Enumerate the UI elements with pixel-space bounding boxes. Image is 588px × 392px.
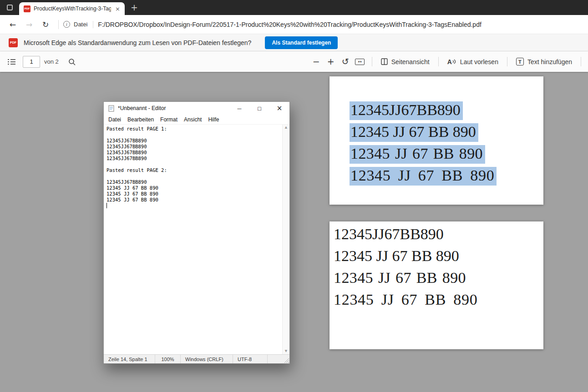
forward-button[interactable]: →	[21, 18, 37, 31]
close-button[interactable]: ×	[269, 102, 289, 115]
scheme-divider	[93, 21, 93, 28]
status-cursor-position: Zeile 14, Spalte 1	[104, 355, 155, 363]
notepad-icon	[108, 105, 115, 112]
fit-width-button[interactable]: ↔	[354, 55, 366, 69]
text-cursor	[106, 203, 107, 208]
zoom-in-button[interactable]: +	[325, 55, 337, 69]
pdf-line: 12345 JJ 67 BB 890	[333, 267, 543, 289]
add-text-label: Text hinzufügen	[527, 58, 572, 65]
toc-button[interactable]	[5, 55, 17, 69]
notification-bar: PDF Microsoft Edge als Standardanwendung…	[0, 34, 588, 51]
pdf-toolbar-right: − + ↺ ↔ Seitenansicht A	[310, 55, 584, 69]
pdf-page-1: 12345JJ67BB890 12345 JJ 67 BB 890 12345 …	[329, 76, 543, 205]
info-icon: i	[63, 21, 70, 28]
search-button[interactable]	[66, 55, 78, 69]
minimize-button[interactable]: —	[229, 102, 249, 115]
notepad-menubar: Datei Bearbeiten Format Ansicht Hilfe	[104, 115, 289, 124]
tab-actions-icon	[7, 5, 13, 10]
rotate-button[interactable]: ↺	[340, 55, 351, 69]
menu-ansicht[interactable]: Ansicht	[181, 116, 205, 123]
pdf-text-selected[interactable]: 12345 JJ 67 BB 890	[350, 145, 485, 164]
tab-title: ProductKeysWithTracking-3-Tags	[34, 5, 111, 12]
read-aloud-label: Laut vorlesen	[460, 58, 498, 65]
pdf-viewer[interactable]: 12345JJ67BB890 12345 JJ 67 BB 890 12345 …	[0, 72, 588, 392]
page-view-icon	[381, 58, 388, 65]
pdf-line: 12345JJ67BB890	[350, 100, 543, 121]
fit-width-icon: ↔	[355, 59, 365, 65]
menu-hilfe[interactable]: Hilfe	[205, 116, 222, 123]
pdf-text-selected[interactable]: 12345 JJ 67 BB 890	[350, 123, 478, 142]
page-view-button[interactable]: Seitenansicht	[378, 55, 432, 69]
pdf-line: 12345 JJ 67 BB 890	[350, 121, 543, 143]
pdf-text-selected[interactable]: 12345 JJ 67 BB 890	[350, 167, 497, 186]
refresh-button[interactable]: ↻	[37, 18, 54, 31]
scrollbar-down-icon[interactable]: ▼	[285, 350, 287, 353]
address-row: ← → ↻ i Datei F:/DROPBOX/Dropbox/InDesig…	[0, 15, 588, 34]
menu-bearbeiten[interactable]: Bearbeiten	[124, 116, 157, 123]
toc-icon	[8, 59, 15, 65]
pdf-favicon: PDF	[24, 5, 30, 12]
resize-grip[interactable]	[284, 358, 289, 363]
notepad-scrollbar[interactable]: ▲ ▼	[282, 125, 289, 354]
notification-message: Microsoft Edge als Standardanwendung zum…	[24, 39, 251, 46]
notepad-body: Pasted result PAGE 1: 12345JJ67BB890 123…	[104, 124, 289, 354]
pdf-line: 12345 JJ 67 BB 890	[333, 246, 543, 267]
maximize-button[interactable]: □	[249, 102, 269, 115]
pdf-file-icon: PDF	[9, 38, 18, 47]
notepad-titlebar[interactable]: *Unbenannt - Editor — □ ×	[104, 102, 289, 115]
pdf-text[interactable]: 12345JJ67BB890	[333, 226, 446, 244]
pdf-text[interactable]: 12345 JJ 67 BB 890	[333, 269, 468, 288]
notepad-window: *Unbenannt - Editor — □ × Datei Bearbeit…	[103, 101, 290, 364]
address-divider	[58, 20, 59, 29]
menu-format[interactable]: Format	[157, 116, 181, 123]
status-line-endings: Windows (CRLF)	[181, 355, 233, 363]
browser-tab[interactable]: PDF ProductKeysWithTracking-3-Tags ×	[19, 2, 125, 15]
sound-waves-icon	[452, 59, 456, 65]
menu-datei[interactable]: Datei	[105, 116, 124, 123]
pdf-line: 12345JJ67BB890	[333, 224, 543, 246]
notepad-statusbar: Zeile 14, Spalte 1 100% Windows (CRLF) U…	[104, 354, 289, 363]
pdf-toolbar: von 2 − + ↺ ↔ Seitenansicht A	[0, 51, 588, 72]
toolbar-separator	[507, 57, 507, 66]
set-default-button[interactable]: Als Standard festlegen	[265, 36, 338, 49]
pdf-line: 12345 JJ 67 BB 890	[350, 165, 543, 187]
pdf-line: 12345 JJ 67 BB 890	[333, 289, 543, 311]
add-text-button[interactable]: T Text hinzufügen	[513, 55, 575, 69]
file-scheme-label: Datei	[74, 21, 87, 28]
toolbar-separator	[372, 57, 372, 66]
page-number-input[interactable]	[23, 56, 40, 68]
scrollbar-up-icon[interactable]: ▲	[285, 126, 287, 129]
pdf-page-2: 12345JJ67BB890 12345 JJ 67 BB 890 12345 …	[329, 221, 543, 349]
close-tab-icon[interactable]: ×	[114, 5, 121, 12]
tab-actions-button[interactable]	[0, 5, 19, 10]
toolbar-separator	[438, 57, 439, 66]
new-tab-button[interactable]: +	[131, 3, 138, 12]
browser-window: PDF ProductKeysWithTracking-3-Tags × + ←…	[0, 0, 588, 392]
toolbar-separator	[581, 57, 581, 66]
url-text: F:/DROPBOX/Dropbox/InDesign-Forum/220517…	[98, 21, 481, 28]
add-text-icon: T	[516, 58, 524, 65]
search-icon	[68, 58, 76, 65]
read-aloud-icon: A	[447, 58, 456, 65]
page-view-label: Seitenansicht	[391, 58, 430, 65]
tab-strip: PDF ProductKeysWithTracking-3-Tags × +	[0, 0, 588, 15]
pdf-text-selected[interactable]: 12345JJ67BB890	[350, 101, 463, 120]
status-zoom: 100%	[155, 355, 181, 363]
pdf-text[interactable]: 12345 JJ 67 BB 890	[333, 291, 480, 310]
address-bar[interactable]: i Datei F:/DROPBOX/Dropbox/InDesign-Foru…	[63, 21, 583, 28]
read-aloud-button[interactable]: A Laut vorlesen	[445, 55, 501, 69]
pdf-text[interactable]: 12345 JJ 67 BB 890	[333, 247, 461, 266]
notepad-title: *Unbenannt - Editor	[118, 105, 229, 111]
notepad-text-area[interactable]: Pasted result PAGE 1: 12345JJ67BB890 123…	[104, 125, 282, 354]
back-button[interactable]: ←	[5, 18, 21, 31]
zoom-out-button[interactable]: −	[310, 55, 322, 69]
page-count-label: von 2	[44, 58, 59, 65]
pdf-line: 12345 JJ 67 BB 890	[350, 143, 543, 165]
status-encoding: UTF-8	[233, 355, 268, 363]
